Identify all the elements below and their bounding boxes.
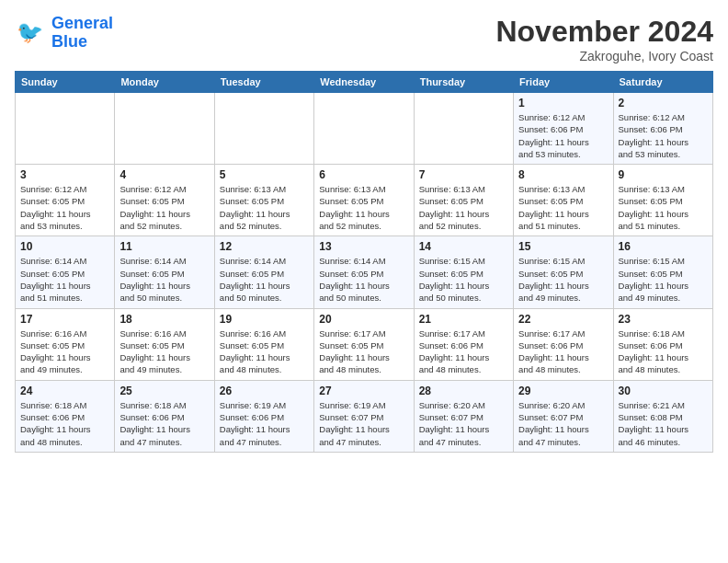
day-info: Sunrise: 6:16 AM Sunset: 6:05 PM Dayligh…	[220, 327, 309, 376]
weekday-header-tuesday: Tuesday	[214, 72, 313, 93]
day-info: Sunrise: 6:15 AM Sunset: 6:05 PM Dayligh…	[518, 255, 608, 304]
logo-text: General Blue	[51, 15, 113, 52]
day-info: Sunrise: 6:12 AM Sunset: 6:05 PM Dayligh…	[119, 183, 209, 232]
day-info: Sunrise: 6:19 AM Sunset: 6:06 PM Dayligh…	[220, 399, 309, 448]
day-number: 29	[518, 385, 608, 397]
calendar-cell: 10Sunrise: 6:14 AM Sunset: 6:05 PM Dayli…	[16, 236, 115, 308]
calendar-cell: 30Sunrise: 6:21 AM Sunset: 6:08 PM Dayli…	[613, 380, 712, 452]
svg-text:🐦: 🐦	[17, 19, 44, 45]
day-info: Sunrise: 6:19 AM Sunset: 6:07 PM Dayligh…	[319, 399, 408, 448]
calendar-table: SundayMondayTuesdayWednesdayThursdayFrid…	[15, 71, 713, 453]
calendar-week-3: 10Sunrise: 6:14 AM Sunset: 6:05 PM Dayli…	[16, 236, 713, 308]
day-info: Sunrise: 6:17 AM Sunset: 6:06 PM Dayligh…	[419, 327, 508, 376]
calendar-cell: 1Sunrise: 6:12 AM Sunset: 6:06 PM Daylig…	[514, 93, 613, 165]
day-info: Sunrise: 6:13 AM Sunset: 6:05 PM Dayligh…	[319, 183, 408, 232]
day-info: Sunrise: 6:12 AM Sunset: 6:05 PM Dayligh…	[20, 183, 109, 232]
calendar-cell: 28Sunrise: 6:20 AM Sunset: 6:07 PM Dayli…	[414, 380, 513, 452]
calendar-cell: 4Sunrise: 6:12 AM Sunset: 6:05 PM Daylig…	[115, 165, 214, 236]
calendar-cell: 24Sunrise: 6:18 AM Sunset: 6:06 PM Dayli…	[16, 380, 115, 452]
day-info: Sunrise: 6:12 AM Sunset: 6:06 PM Dayligh…	[518, 111, 608, 160]
day-info: Sunrise: 6:18 AM Sunset: 6:06 PM Dayligh…	[20, 399, 109, 448]
calendar-cell: 9Sunrise: 6:13 AM Sunset: 6:05 PM Daylig…	[613, 165, 712, 236]
calendar-cell: 11Sunrise: 6:14 AM Sunset: 6:05 PM Dayli…	[115, 236, 214, 308]
day-number: 18	[119, 313, 209, 326]
day-info: Sunrise: 6:17 AM Sunset: 6:06 PM Dayligh…	[518, 327, 608, 376]
day-number: 23	[619, 313, 708, 326]
calendar-cell: 26Sunrise: 6:19 AM Sunset: 6:06 PM Dayli…	[214, 380, 313, 452]
day-number: 8	[518, 168, 608, 181]
calendar-cell: 8Sunrise: 6:13 AM Sunset: 6:05 PM Daylig…	[514, 165, 613, 236]
day-info: Sunrise: 6:21 AM Sunset: 6:08 PM Dayligh…	[619, 399, 708, 448]
day-info: Sunrise: 6:16 AM Sunset: 6:05 PM Dayligh…	[20, 327, 109, 376]
calendar-cell	[314, 93, 414, 165]
weekday-header-wednesday: Wednesday	[314, 72, 414, 93]
day-info: Sunrise: 6:18 AM Sunset: 6:06 PM Dayligh…	[119, 399, 209, 448]
day-number: 17	[20, 313, 109, 326]
day-info: Sunrise: 6:20 AM Sunset: 6:07 PM Dayligh…	[419, 399, 508, 448]
day-number: 30	[619, 385, 708, 397]
day-info: Sunrise: 6:12 AM Sunset: 6:06 PM Dayligh…	[619, 111, 708, 160]
calendar-cell	[414, 93, 513, 165]
calendar-cell: 16Sunrise: 6:15 AM Sunset: 6:05 PM Dayli…	[613, 236, 712, 308]
day-number: 24	[20, 385, 109, 397]
weekday-header-saturday: Saturday	[613, 72, 712, 93]
calendar-cell: 17Sunrise: 6:16 AM Sunset: 6:05 PM Dayli…	[16, 308, 115, 380]
day-number: 14	[419, 240, 508, 253]
day-number: 2	[619, 97, 708, 109]
calendar-cell	[16, 93, 115, 165]
calendar-cell: 5Sunrise: 6:13 AM Sunset: 6:05 PM Daylig…	[214, 165, 313, 236]
day-number: 6	[319, 168, 408, 181]
calendar-week-2: 3Sunrise: 6:12 AM Sunset: 6:05 PM Daylig…	[16, 165, 713, 236]
calendar-cell: 29Sunrise: 6:20 AM Sunset: 6:07 PM Dayli…	[514, 380, 613, 452]
calendar-week-5: 24Sunrise: 6:18 AM Sunset: 6:06 PM Dayli…	[16, 380, 713, 452]
calendar-cell: 22Sunrise: 6:17 AM Sunset: 6:06 PM Dayli…	[514, 308, 613, 380]
calendar-cell: 13Sunrise: 6:14 AM Sunset: 6:05 PM Dayli…	[314, 236, 414, 308]
weekday-header-monday: Monday	[115, 72, 214, 93]
day-info: Sunrise: 6:13 AM Sunset: 6:05 PM Dayligh…	[220, 183, 309, 232]
day-number: 27	[319, 385, 408, 397]
title-block: November 2024 Zakroguhe, Ivory Coast	[495, 15, 713, 63]
day-number: 12	[220, 240, 309, 253]
location-title: Zakroguhe, Ivory Coast	[495, 49, 713, 63]
day-info: Sunrise: 6:13 AM Sunset: 6:05 PM Dayligh…	[518, 183, 608, 232]
day-info: Sunrise: 6:14 AM Sunset: 6:05 PM Dayligh…	[20, 255, 109, 304]
calendar-cell: 6Sunrise: 6:13 AM Sunset: 6:05 PM Daylig…	[314, 165, 414, 236]
day-number: 28	[419, 385, 508, 397]
calendar-header-row: SundayMondayTuesdayWednesdayThursdayFrid…	[16, 72, 713, 93]
day-number: 5	[220, 168, 309, 181]
weekday-header-friday: Friday	[514, 72, 613, 93]
weekday-header-thursday: Thursday	[414, 72, 513, 93]
day-info: Sunrise: 6:15 AM Sunset: 6:05 PM Dayligh…	[419, 255, 508, 304]
calendar-cell: 15Sunrise: 6:15 AM Sunset: 6:05 PM Dayli…	[514, 236, 613, 308]
day-info: Sunrise: 6:13 AM Sunset: 6:05 PM Dayligh…	[619, 183, 708, 232]
day-number: 7	[419, 168, 508, 181]
day-info: Sunrise: 6:15 AM Sunset: 6:05 PM Dayligh…	[619, 255, 708, 304]
day-number: 11	[119, 240, 209, 253]
day-number: 20	[319, 313, 408, 326]
day-number: 3	[20, 168, 109, 181]
calendar-cell: 27Sunrise: 6:19 AM Sunset: 6:07 PM Dayli…	[314, 380, 414, 452]
day-number: 4	[119, 168, 209, 181]
calendar-cell	[214, 93, 313, 165]
day-number: 25	[119, 385, 209, 397]
day-number: 1	[518, 97, 608, 109]
day-info: Sunrise: 6:16 AM Sunset: 6:05 PM Dayligh…	[119, 327, 209, 376]
logo-line2: Blue	[51, 32, 87, 51]
calendar-cell: 23Sunrise: 6:18 AM Sunset: 6:06 PM Dayli…	[613, 308, 712, 380]
day-number: 15	[518, 240, 608, 253]
logo-icon: 🐦	[15, 17, 48, 50]
calendar-cell: 18Sunrise: 6:16 AM Sunset: 6:05 PM Dayli…	[115, 308, 214, 380]
calendar-cell: 7Sunrise: 6:13 AM Sunset: 6:05 PM Daylig…	[414, 165, 513, 236]
calendar-cell: 25Sunrise: 6:18 AM Sunset: 6:06 PM Dayli…	[115, 380, 214, 452]
day-info: Sunrise: 6:13 AM Sunset: 6:05 PM Dayligh…	[419, 183, 508, 232]
month-title: November 2024	[495, 15, 713, 49]
day-info: Sunrise: 6:20 AM Sunset: 6:07 PM Dayligh…	[518, 399, 608, 448]
weekday-header-sunday: Sunday	[16, 72, 115, 93]
page-header: 🐦 General Blue November 2024 Zakroguhe, …	[15, 15, 713, 63]
calendar-cell: 14Sunrise: 6:15 AM Sunset: 6:05 PM Dayli…	[414, 236, 513, 308]
calendar-cell: 21Sunrise: 6:17 AM Sunset: 6:06 PM Dayli…	[414, 308, 513, 380]
day-info: Sunrise: 6:18 AM Sunset: 6:06 PM Dayligh…	[619, 327, 708, 376]
day-info: Sunrise: 6:14 AM Sunset: 6:05 PM Dayligh…	[119, 255, 209, 304]
calendar-cell: 19Sunrise: 6:16 AM Sunset: 6:05 PM Dayli…	[214, 308, 313, 380]
calendar-cell: 3Sunrise: 6:12 AM Sunset: 6:05 PM Daylig…	[16, 165, 115, 236]
